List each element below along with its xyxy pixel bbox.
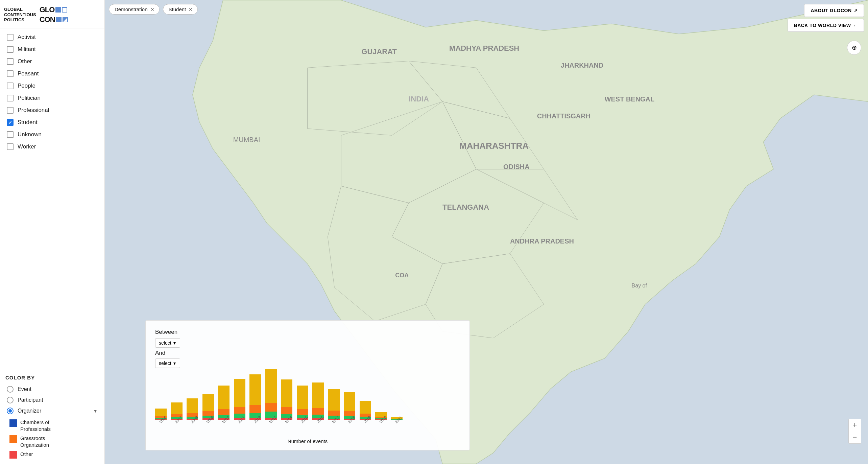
checkbox-label-other: Other (18, 58, 32, 65)
logo-con: CON (40, 15, 55, 24)
zoom-out-button[interactable]: − (849, 431, 861, 443)
legend-label-chambers: Chambers ofProfessionals (20, 419, 51, 432)
checkbox-label-politician: Politician (18, 95, 41, 101)
legend-items: Chambers ofProfessionals GrassrootsOrgan… (5, 418, 99, 460)
bar-seg-orange-2010 (218, 409, 230, 415)
checkbox-item-militant[interactable]: Militant (0, 43, 104, 55)
bar-group-2014: 2014 (281, 379, 292, 425)
checkbox-item-professional[interactable]: Professional (0, 104, 104, 116)
chart-between-select[interactable]: select ▾ (155, 338, 180, 348)
chart-and-select-label: select (159, 361, 171, 366)
bar-stack-2012 (249, 374, 261, 420)
radio-event-circle (7, 386, 14, 393)
checkbox-activist (7, 34, 14, 41)
legend-other: Other (8, 449, 99, 460)
bar-stack-2015 (297, 386, 308, 420)
bar-seg-yellow-2018 (344, 392, 355, 411)
filter-tag-student[interactable]: Student ✕ (163, 4, 198, 15)
bar-group-2010: 2010 (218, 386, 230, 425)
checkbox-item-student[interactable]: Student (0, 116, 104, 129)
radio-organizer[interactable]: Organizer ▼ (5, 405, 99, 416)
bar-group-2013: 2013 (265, 369, 276, 425)
compass-button[interactable]: ⊕ (847, 41, 861, 55)
checkbox-label-people: People (18, 83, 35, 89)
chart-between-select-label: select (159, 340, 171, 346)
bar-group-2017: 2017 (328, 389, 339, 425)
bar-stack-2017 (328, 389, 340, 420)
bar-group-2007: 2007 (171, 402, 182, 425)
bar-group-2012: 2012 (249, 374, 261, 425)
bar-seg-yellow-2011 (234, 379, 245, 407)
checkbox-other (7, 58, 14, 65)
zoom-in-button[interactable]: + (849, 419, 861, 431)
logo-sq-outline (62, 7, 67, 13)
about-glocon-label: ABOUT GLOCON (811, 8, 851, 13)
checkbox-item-activist[interactable]: Activist (0, 31, 104, 43)
checkbox-item-other[interactable]: Other (0, 55, 104, 68)
bar-seg-yellow-2014 (281, 379, 292, 407)
top-right-buttons: ABOUT GLOCON ↗ BACK TO WORLD VIEW ← (788, 4, 864, 32)
bar-seg-yellow-2016 (312, 382, 324, 408)
bar-seg-yellow-2019 (360, 401, 371, 414)
svg-text:ODISHA: ODISHA (503, 163, 530, 170)
checkbox-label-professional: Professional (18, 107, 49, 114)
checkbox-label-unknown: Unknown (18, 131, 42, 138)
checkbox-item-worker[interactable]: Worker (0, 141, 104, 153)
filter-tag-demonstration[interactable]: Demonstration ✕ (109, 4, 160, 15)
bar-seg-yellow-2015 (297, 386, 308, 409)
bar-stack-2010 (218, 386, 230, 420)
legend-grassroots: GrassrootsOrganization (8, 434, 99, 449)
legend-label-other: Other (20, 451, 33, 458)
bar-group-2008: 2008 (187, 398, 198, 425)
bar-seg-yellow-2008 (187, 398, 198, 413)
radio-organizer-label: Organizer (18, 408, 41, 414)
logo-sq-blue1 (55, 7, 61, 13)
checkbox-item-unknown[interactable]: Unknown (0, 129, 104, 141)
bar-seg-orange-2015 (297, 409, 308, 415)
map-area[interactable]: GUJARAT MADHYA PRADESH CHHATTISGARH JHAR… (105, 0, 868, 464)
checkbox-label-militant: Militant (18, 46, 36, 53)
bar-seg-yellow-2017 (328, 389, 340, 411)
chart-between-select-row: select ▾ (155, 338, 460, 348)
bar-group-2006: 2006 (155, 409, 167, 425)
svg-text:MADHYA PRADESH: MADHYA PRADESH (449, 44, 519, 52)
checkbox-item-people[interactable]: People (0, 80, 104, 92)
checkbox-item-politician[interactable]: Politician (0, 92, 104, 104)
radio-organizer-circle (7, 408, 14, 414)
filter-tag-demonstration-label: Demonstration (115, 6, 148, 12)
radio-event[interactable]: Event (5, 384, 99, 395)
checkbox-item-peasant[interactable]: Peasant (0, 68, 104, 80)
checkbox-student (7, 119, 14, 126)
chart-and-label: And (155, 350, 460, 356)
bar-group-2015: 2015 (296, 386, 308, 425)
bar-group-2011: 2011 (234, 379, 245, 425)
bar-seg-yellow-2013 (265, 369, 277, 403)
bar-stack-2014 (281, 379, 292, 420)
checkbox-label-peasant: Peasant (18, 70, 39, 77)
checkbox-label-worker: Worker (18, 143, 36, 150)
filter-tag-student-label: Student (169, 6, 186, 12)
chart-and-select-chevron: ▾ (173, 361, 176, 366)
bar-stack-2016 (312, 382, 324, 420)
zoom-controls: + − (848, 419, 861, 444)
svg-text:Bay of: Bay of (632, 283, 647, 288)
chart-and-select[interactable]: select ▾ (155, 358, 180, 368)
radio-participant[interactable]: Participant (5, 395, 99, 405)
chevron-down-icon: ▼ (93, 408, 98, 414)
logo-glo: GLO (40, 5, 55, 14)
bar-seg-orange-2011 (234, 407, 245, 414)
bar-seg-orange-2018 (344, 411, 355, 416)
bar-seg-orange-2009 (202, 411, 214, 416)
close-student-icon[interactable]: ✕ (189, 7, 193, 12)
legend-color-other (9, 451, 17, 459)
close-demonstration-icon[interactable]: ✕ (150, 7, 154, 12)
about-glocon-button[interactable]: ABOUT GLOCON ↗ (804, 4, 864, 17)
bar-group-2019: 2019 (359, 401, 371, 425)
bar-seg-orange-2013 (265, 403, 277, 412)
back-to-world-button[interactable]: BACK TO WORLD VIEW ← (788, 19, 864, 32)
logo-sq-blue2 (56, 17, 62, 22)
logo-text-left: GLOBAL CONTENTIOUS POLITICS (4, 7, 36, 23)
svg-text:MAHARASHTRA: MAHARASHTRA (459, 141, 529, 151)
compass-icon: ⊕ (852, 44, 857, 51)
svg-text:CHHATTISGARH: CHHATTISGARH (537, 112, 590, 120)
